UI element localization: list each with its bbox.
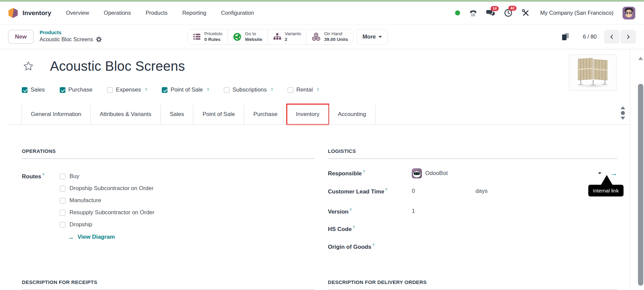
checkbox-checked[interactable] [162, 87, 167, 93]
step-down-icon[interactable] [621, 117, 625, 120]
hs-code-field: HS Code? [328, 225, 617, 233]
stat-button-variants[interactable]: Variants 2 [267, 30, 306, 44]
help-icon: ? [363, 170, 365, 174]
route-label: Resupply Subcontractor on Order [69, 209, 154, 216]
stat-label: Pricelists [204, 31, 222, 36]
menu-operations[interactable]: Operations [104, 10, 131, 16]
activities-badge: 42 [508, 6, 516, 11]
tab-inventory[interactable]: Inventory [287, 105, 329, 124]
panel-leg [580, 79, 581, 84]
toggle-sales[interactable]: Sales [22, 86, 45, 93]
route-buy[interactable]: Buy [60, 170, 154, 182]
pager-previous-button[interactable] [604, 30, 620, 44]
more-button[interactable]: More [357, 29, 387, 45]
toggle-label: Purchase [68, 86, 93, 93]
stat-value: 2 [285, 37, 288, 42]
responsible-user[interactable]: OdooBot [425, 170, 448, 177]
customer-lead-time-input[interactable]: 0 [412, 188, 476, 194]
panel-foot [578, 84, 583, 85]
checkbox-unchecked[interactable] [107, 87, 113, 93]
checkbox-checked[interactable] [60, 87, 65, 93]
help-icon: ? [353, 225, 355, 229]
app-name[interactable]: Inventory [22, 9, 51, 17]
checkbox-checked[interactable] [22, 87, 28, 93]
product-title[interactable]: Acoustic Bloc Screens [50, 59, 185, 74]
title-row: Acoustic Bloc Screens [23, 59, 185, 74]
toggle-expenses[interactable]: Expenses? [107, 86, 147, 93]
panel-foot [591, 84, 596, 85]
checkbox-unchecked[interactable] [288, 87, 293, 93]
vertical-scroll-stepper[interactable] [621, 106, 625, 120]
stat-button-on-hand[interactable]: On Hand 39.00 Units [306, 30, 353, 44]
tab-general-information[interactable]: General Information [21, 105, 90, 124]
odoobot-eye [417, 173, 418, 174]
bookmark-icon[interactable] [562, 33, 569, 40]
tab-attributes-variants[interactable]: Attributes & Variants [90, 105, 160, 124]
product-image[interactable] [569, 55, 616, 91]
tab-purchase[interactable]: Purchase [244, 105, 287, 124]
route-resupply-subcontractor[interactable]: Resupply Subcontractor on Order [60, 207, 154, 219]
favorite-star-icon[interactable] [23, 61, 34, 72]
menu-configuration[interactable]: Configuration [221, 10, 254, 16]
menu-overview[interactable]: Overview [66, 10, 89, 16]
toggle-point-of-sale[interactable]: Point of Sale? [162, 86, 209, 93]
version-field: Version? 1 [328, 208, 617, 215]
help-icon: ? [317, 88, 319, 92]
checkbox-unchecked[interactable] [60, 210, 65, 216]
stat-value: 0 Rules [204, 37, 220, 42]
route-label: Dropship [69, 221, 92, 228]
presence-dot-icon [455, 10, 460, 15]
view-diagram-link[interactable]: → View Diagram [67, 233, 314, 240]
inventory-app-icon[interactable] [8, 8, 18, 18]
more-label: More [362, 34, 376, 40]
phone-icon[interactable] [469, 9, 477, 17]
activities-clock-icon[interactable]: 42 [504, 9, 512, 17]
stat-button-pricelists[interactable]: Pricelists 0 Rules [188, 30, 228, 44]
step-up-icon[interactable] [621, 106, 625, 109]
toggle-subscriptions[interactable]: Subscriptions? [224, 86, 273, 93]
tools-icon[interactable] [522, 9, 530, 17]
tab-point-of-sale[interactable]: Point of Sale [193, 105, 244, 124]
stat-label: Go to [245, 31, 256, 36]
new-button[interactable]: New [8, 30, 34, 44]
stat-button-go-to-website[interactable]: Go to Website [228, 30, 267, 44]
origin-of-goods-field: Origin of Goods? [328, 243, 617, 250]
menu-reporting[interactable]: Reporting [182, 10, 206, 16]
acoustic-panel [578, 58, 593, 80]
breadcrumb-products-link[interactable]: Products [40, 29, 120, 36]
toggle-label: Rental [296, 86, 313, 93]
company-switcher[interactable]: My Company (San Francisco) [540, 10, 613, 16]
routes-label: Routes? [22, 170, 60, 231]
messages-badge: 14 [491, 6, 499, 11]
user-avatar[interactable] [623, 7, 635, 19]
checkbox-unchecked[interactable] [60, 174, 65, 179]
hs-code-label: HS Code? [328, 225, 412, 233]
notebook-tabs: General Information Attributes & Variant… [21, 105, 376, 124]
checkbox-unchecked[interactable] [60, 198, 65, 204]
gear-icon[interactable] [96, 38, 102, 43]
version-label: Version? [328, 208, 412, 215]
checkbox-unchecked[interactable] [224, 87, 230, 93]
route-label: Dropship Subcontractor on Order [69, 185, 153, 192]
route-dropship-subcontractor[interactable]: Dropship Subcontractor on Order [60, 182, 154, 194]
tabs-underline [8, 124, 630, 125]
tab-sales[interactable]: Sales [160, 105, 193, 124]
breadcrumb-current-record: Acoustic Bloc Screens [40, 37, 93, 42]
vertical-scrollbar[interactable] [638, 84, 643, 286]
scroll-up-arrow-icon[interactable] [638, 57, 643, 60]
menu-products[interactable]: Products [146, 10, 167, 16]
version-value[interactable]: 1 [412, 208, 415, 215]
toggle-label: Expenses [116, 86, 141, 93]
help-icon: ? [372, 243, 374, 247]
messages-icon[interactable]: 14 [486, 9, 495, 17]
route-dropship[interactable]: Dropship [60, 219, 154, 231]
toggle-rental[interactable]: Rental? [288, 86, 319, 93]
route-manufacture[interactable]: Manufacture [60, 194, 154, 207]
checkbox-unchecked[interactable] [60, 222, 65, 228]
toggle-purchase[interactable]: Purchase [60, 86, 93, 93]
pager-next-button[interactable] [621, 30, 636, 44]
top-navbar: Inventory Overview Operations Products R… [0, 2, 644, 24]
checkbox-unchecked[interactable] [60, 186, 65, 191]
sitemap-icon [273, 33, 282, 41]
tab-accounting[interactable]: Accounting [329, 105, 376, 124]
